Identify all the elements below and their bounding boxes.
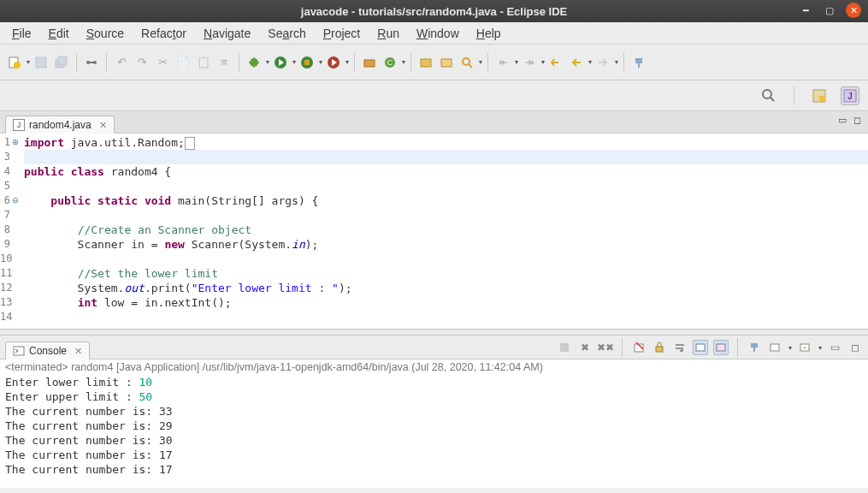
console-output[interactable]: <terminated> random4 [Java Application] …: [0, 359, 868, 488]
code-line[interactable]: [24, 252, 868, 266]
format-button[interactable]: ≡: [215, 53, 233, 72]
undo-button[interactable]: ↶: [112, 53, 131, 72]
cut-button[interactable]: ✂: [153, 53, 172, 72]
run-last-button[interactable]: [324, 53, 343, 72]
gutter-line: 12: [0, 281, 21, 295]
code-line[interactable]: //Create an Scanner object: [24, 223, 868, 237]
last-edit-button[interactable]: [546, 53, 565, 72]
code-line[interactable]: Scanner in = new Scanner(System.in);: [24, 237, 868, 252]
code-line[interactable]: //Set the lower limit: [24, 266, 868, 281]
code-line[interactable]: [24, 179, 868, 193]
close-tab-icon[interactable]: ✕: [99, 120, 107, 131]
dropdown-icon[interactable]: ▾: [788, 344, 792, 352]
coverage-button[interactable]: [298, 53, 316, 72]
dropdown-icon[interactable]: ▾: [479, 58, 482, 66]
menu-file[interactable]: File: [5, 25, 38, 42]
back-button[interactable]: [567, 53, 586, 72]
show-stderr-button[interactable]: [713, 340, 729, 355]
dropdown-icon[interactable]: ▾: [345, 58, 349, 66]
dropdown-icon[interactable]: ▾: [541, 58, 545, 66]
code-editor[interactable]: 1⊕3456⊖7891011121314 import java.util.Ra…: [0, 134, 868, 329]
menubar: File Edit Source Refactor Navigate Searc…: [0, 22, 868, 45]
console-tab[interactable]: Console ✕: [5, 342, 90, 359]
forward-button[interactable]: [593, 53, 612, 72]
debug-button[interactable]: [245, 53, 263, 72]
gutter-line: 1⊕: [0, 135, 21, 150]
remove-launch-button[interactable]: ✖: [577, 340, 593, 355]
display-selected-button[interactable]: [767, 340, 782, 355]
menu-window[interactable]: Window: [410, 25, 466, 42]
editor-tab-label: random4.java: [29, 119, 92, 131]
menu-navigate[interactable]: Navigate: [197, 25, 257, 42]
new-class-button[interactable]: C: [381, 53, 399, 72]
maximize-view-icon[interactable]: ◻: [853, 115, 861, 126]
new-package-button[interactable]: [360, 53, 379, 72]
menu-search[interactable]: Search: [261, 25, 312, 42]
separator: [410, 53, 411, 72]
menu-refactor[interactable]: Refactor: [134, 25, 193, 42]
editor-tab[interactable]: J random4.java ✕: [5, 116, 115, 134]
prev-edit-button[interactable]: ↞: [493, 53, 512, 72]
terminate-button[interactable]: [557, 340, 572, 355]
open-type-button[interactable]: [416, 53, 435, 72]
minimize-view-icon[interactable]: ▭: [838, 115, 847, 126]
dropdown-icon[interactable]: ▾: [292, 58, 296, 66]
line-gutter: 1⊕3456⊖7891011121314: [0, 134, 24, 329]
dropdown-icon[interactable]: ▾: [266, 58, 269, 66]
run-button[interactable]: [271, 53, 290, 72]
new-button[interactable]: [5, 53, 24, 72]
close-button[interactable]: ✕: [846, 3, 861, 18]
quick-access-icon[interactable]: [759, 86, 778, 105]
code-line[interactable]: public class random4 {: [24, 164, 868, 179]
code-area[interactable]: import java.util.Random; public class ra…: [24, 134, 868, 329]
minimize-button[interactable]: ━: [798, 3, 813, 18]
save-button[interactable]: [32, 53, 50, 72]
open-task-button[interactable]: [437, 53, 456, 72]
menu-edit[interactable]: Edit: [42, 25, 76, 42]
menu-run[interactable]: Run: [370, 25, 406, 42]
console-line: The current number is: 17: [5, 462, 863, 477]
code-line[interactable]: public static void main(String[] args) {: [24, 193, 868, 208]
dropdown-icon[interactable]: ▾: [818, 344, 822, 352]
menu-project[interactable]: Project: [316, 25, 368, 42]
search-button[interactable]: [458, 53, 476, 72]
save-all-button[interactable]: [52, 53, 71, 72]
paste-button[interactable]: 📋: [194, 53, 213, 72]
dropdown-icon[interactable]: ▾: [615, 58, 618, 66]
show-console-button[interactable]: [693, 340, 708, 355]
menu-help[interactable]: Help: [469, 25, 508, 42]
dropdown-icon[interactable]: ▾: [515, 58, 518, 66]
code-line[interactable]: [24, 208, 868, 223]
java-perspective-button[interactable]: J: [841, 86, 859, 105]
dropdown-icon[interactable]: ▾: [588, 58, 592, 66]
sash-splitter[interactable]: [0, 329, 868, 336]
word-wrap-button[interactable]: [672, 340, 688, 355]
open-console-button[interactable]: +: [797, 340, 812, 355]
pin-button[interactable]: [629, 53, 648, 72]
svg-rect-29: [717, 344, 725, 351]
clear-console-button[interactable]: [631, 340, 647, 355]
code-line[interactable]: import java.util.Random;: [24, 135, 868, 150]
dropdown-icon[interactable]: ▾: [402, 58, 405, 66]
next-edit-button[interactable]: ↠: [520, 53, 539, 72]
maximize-button[interactable]: ▢: [822, 3, 837, 18]
pin-console-button[interactable]: [747, 340, 762, 355]
remove-all-button[interactable]: ✖✖: [598, 340, 613, 355]
close-tab-icon[interactable]: ✕: [74, 346, 82, 357]
code-line[interactable]: int low = in.nextInt();: [24, 295, 868, 310]
console-line: Enter upper limit : 50: [5, 389, 863, 404]
scroll-lock-button[interactable]: [652, 340, 667, 355]
open-perspective-button[interactable]: [810, 86, 829, 105]
dropdown-icon[interactable]: ▾: [319, 58, 322, 66]
code-line[interactable]: [24, 150, 868, 164]
dropdown-icon[interactable]: ▾: [27, 58, 30, 66]
redo-button[interactable]: ↷: [133, 53, 151, 72]
link-button[interactable]: [82, 53, 101, 72]
code-line[interactable]: [24, 310, 868, 324]
minimize-view-icon[interactable]: ▭: [827, 340, 842, 355]
maximize-view-icon[interactable]: ◻: [847, 340, 863, 355]
menu-source[interactable]: Source: [80, 25, 131, 42]
separator: [354, 53, 355, 72]
code-line[interactable]: System.out.print("Enter lower limit : ")…: [24, 281, 868, 295]
copy-button[interactable]: 📄: [174, 53, 192, 72]
